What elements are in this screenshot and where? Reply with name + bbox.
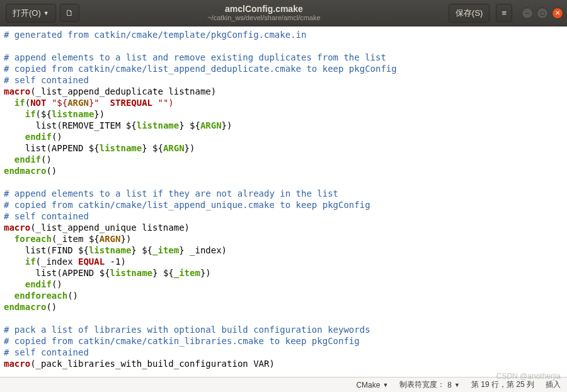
tabwidth-label: 制表符宽度：: [399, 379, 445, 390]
open-button-label: 打开(O): [13, 8, 41, 19]
chevron-down-icon: ▼: [454, 382, 460, 388]
close-button[interactable]: ✕: [552, 8, 563, 19]
titlebar: 打开(O) ▼ 🗋 amclConfig.cmake ~/catkin_ws/d…: [0, 0, 567, 26]
open-button[interactable]: 打开(O) ▼: [6, 4, 56, 23]
code-editor[interactable]: # generated from catkin/cmake/template/p…: [0, 26, 567, 377]
window-title: amclConfig.cmake: [81, 4, 447, 14]
insert-mode: 插入: [546, 379, 561, 390]
statusbar: CMake ▼ 制表符宽度： 8 ▼ 第 19 行，第 25 列 插入: [0, 377, 567, 392]
hamburger-icon: ≡: [501, 8, 507, 18]
save-button-label: 保存(S): [455, 8, 483, 19]
maximize-icon: ◻: [540, 9, 545, 16]
language-selector[interactable]: CMake ▼: [356, 381, 388, 389]
new-document-icon: 🗋: [66, 8, 74, 18]
save-button[interactable]: 保存(S): [449, 4, 490, 23]
language-label: CMake: [356, 381, 380, 389]
chevron-down-icon: ▼: [382, 382, 388, 388]
hamburger-menu-button[interactable]: ≡: [496, 4, 512, 22]
tabwidth-value: 8: [447, 381, 452, 389]
close-icon: ✕: [555, 9, 560, 16]
cursor-position: 第 19 行，第 25 列: [471, 379, 534, 390]
minimize-icon: –: [525, 9, 529, 16]
mode-label: 插入: [546, 379, 561, 390]
window-subtitle: ~/catkin_ws/devel/share/amcl/cmake: [81, 14, 447, 22]
minimize-button[interactable]: –: [522, 8, 533, 19]
maximize-button[interactable]: ◻: [537, 8, 548, 19]
position-label: 第 19 行，第 25 列: [471, 379, 534, 390]
title-area: amclConfig.cmake ~/catkin_ws/devel/share…: [81, 4, 447, 23]
chevron-down-icon: ▼: [43, 10, 49, 16]
tabwidth-selector[interactable]: 制表符宽度： 8 ▼: [399, 379, 460, 390]
new-document-button[interactable]: 🗋: [60, 4, 79, 22]
